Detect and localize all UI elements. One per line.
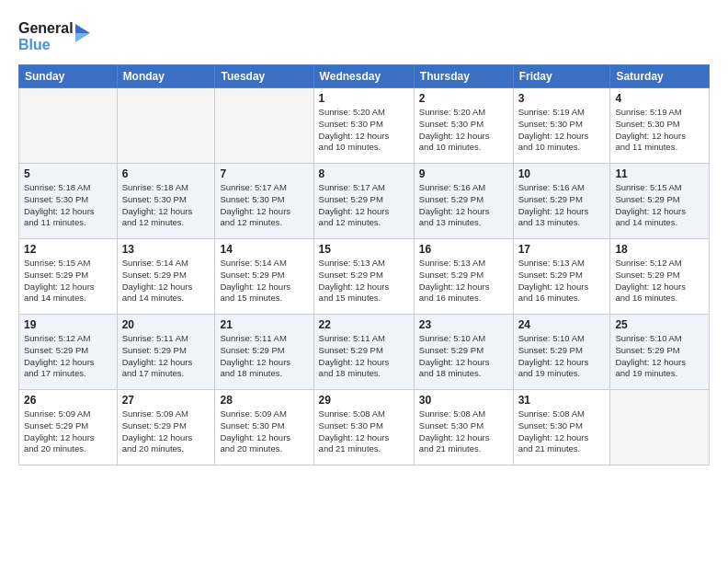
svg-marker-2 [75,24,90,33]
svg-marker-3 [75,33,90,42]
calendar-cell: 2Sunrise: 5:20 AM Sunset: 5:30 PM Daylig… [414,88,513,164]
day-info: Sunrise: 5:19 AM Sunset: 5:30 PM Dayligh… [518,107,606,154]
day-number: 20 [122,318,210,331]
day-number: 24 [518,318,606,331]
day-info: Sunrise: 5:13 AM Sunset: 5:29 PM Dayligh… [419,258,508,304]
day-info: Sunrise: 5:16 AM Sunset: 5:29 PM Dayligh… [419,182,508,229]
calendar-cell: 31Sunrise: 5:08 AM Sunset: 5:30 PM Dayli… [513,390,610,465]
day-number: 22 [319,318,409,331]
day-info: Sunrise: 5:10 AM Sunset: 5:29 PM Dayligh… [518,333,606,380]
day-info: Sunrise: 5:17 AM Sunset: 5:29 PM Dayligh… [319,182,409,229]
day-number: 2 [419,92,508,105]
calendar-cell: 4Sunrise: 5:19 AM Sunset: 5:30 PM Daylig… [610,88,710,164]
day-info: Sunrise: 5:11 AM Sunset: 5:29 PM Dayligh… [220,333,308,380]
calendar-cell: 1Sunrise: 5:20 AM Sunset: 5:30 PM Daylig… [313,88,414,164]
day-info: Sunrise: 5:18 AM Sunset: 5:30 PM Dayligh… [24,182,112,229]
day-number: 25 [615,318,704,331]
calendar-cell: 21Sunrise: 5:11 AM Sunset: 5:29 PM Dayli… [215,315,313,390]
week-row-4: 19Sunrise: 5:12 AM Sunset: 5:29 PM Dayli… [19,315,710,390]
calendar-cell: 20Sunrise: 5:11 AM Sunset: 5:29 PM Dayli… [117,315,215,390]
week-row-1: 1Sunrise: 5:20 AM Sunset: 5:30 PM Daylig… [19,88,710,164]
weekday-header-friday: Friday [513,65,610,88]
week-row-5: 26Sunrise: 5:09 AM Sunset: 5:29 PM Dayli… [19,390,710,465]
calendar-cell [19,88,118,164]
calendar-cell: 6Sunrise: 5:18 AM Sunset: 5:30 PM Daylig… [117,164,215,239]
day-number: 8 [319,167,409,180]
weekday-header-wednesday: Wednesday [313,65,414,88]
logo: GeneralBlue [18,15,92,55]
day-number: 21 [220,318,308,331]
calendar-cell [215,88,313,164]
day-info: Sunrise: 5:09 AM Sunset: 5:29 PM Dayligh… [24,408,112,455]
day-number: 26 [24,394,112,407]
calendar-cell: 30Sunrise: 5:08 AM Sunset: 5:30 PM Dayli… [414,390,513,465]
day-number: 23 [419,318,508,331]
calendar-page: GeneralBlue SundayMondayTuesdayWednesday… [0,0,728,563]
day-info: Sunrise: 5:10 AM Sunset: 5:29 PM Dayligh… [615,333,704,380]
day-info: Sunrise: 5:18 AM Sunset: 5:30 PM Dayligh… [122,182,210,229]
calendar-cell: 3Sunrise: 5:19 AM Sunset: 5:30 PM Daylig… [513,88,610,164]
calendar-cell: 9Sunrise: 5:16 AM Sunset: 5:29 PM Daylig… [414,164,513,239]
calendar-cell: 28Sunrise: 5:09 AM Sunset: 5:30 PM Dayli… [215,390,313,465]
day-number: 16 [419,243,508,256]
day-info: Sunrise: 5:11 AM Sunset: 5:29 PM Dayligh… [319,333,409,380]
day-number: 10 [518,167,606,180]
day-number: 15 [319,243,409,256]
day-info: Sunrise: 5:09 AM Sunset: 5:30 PM Dayligh… [220,408,308,455]
calendar-cell: 19Sunrise: 5:12 AM Sunset: 5:29 PM Dayli… [19,315,118,390]
day-number: 4 [615,92,704,105]
calendar-cell: 23Sunrise: 5:10 AM Sunset: 5:29 PM Dayli… [414,315,513,390]
calendar-cell: 14Sunrise: 5:14 AM Sunset: 5:29 PM Dayli… [215,239,313,315]
calendar-cell: 13Sunrise: 5:14 AM Sunset: 5:29 PM Dayli… [117,239,215,315]
day-number: 6 [122,167,210,180]
day-number: 11 [615,167,704,180]
calendar-cell: 18Sunrise: 5:12 AM Sunset: 5:29 PM Dayli… [610,239,710,315]
calendar-cell: 8Sunrise: 5:17 AM Sunset: 5:29 PM Daylig… [313,164,414,239]
day-info: Sunrise: 5:20 AM Sunset: 5:30 PM Dayligh… [419,107,508,154]
day-number: 31 [518,394,606,407]
weekday-header-row: SundayMondayTuesdayWednesdayThursdayFrid… [19,65,710,88]
calendar-cell: 22Sunrise: 5:11 AM Sunset: 5:29 PM Dayli… [313,315,414,390]
logo-svg: GeneralBlue [18,15,92,55]
day-number: 30 [419,394,508,407]
day-number: 9 [419,167,508,180]
header: GeneralBlue [18,15,710,55]
calendar-cell: 7Sunrise: 5:17 AM Sunset: 5:30 PM Daylig… [215,164,313,239]
calendar-cell: 16Sunrise: 5:13 AM Sunset: 5:29 PM Dayli… [414,239,513,315]
svg-text:Blue: Blue [18,37,51,52]
day-number: 29 [319,394,409,407]
day-info: Sunrise: 5:15 AM Sunset: 5:29 PM Dayligh… [24,258,112,304]
day-info: Sunrise: 5:10 AM Sunset: 5:29 PM Dayligh… [419,333,508,380]
day-number: 28 [220,394,308,407]
day-info: Sunrise: 5:08 AM Sunset: 5:30 PM Dayligh… [419,408,508,455]
day-number: 19 [24,318,112,331]
weekday-header-sunday: Sunday [19,65,118,88]
calendar-cell: 25Sunrise: 5:10 AM Sunset: 5:29 PM Dayli… [610,315,710,390]
day-info: Sunrise: 5:13 AM Sunset: 5:29 PM Dayligh… [319,258,409,304]
calendar-table: SundayMondayTuesdayWednesdayThursdayFrid… [18,64,710,465]
calendar-cell: 10Sunrise: 5:16 AM Sunset: 5:29 PM Dayli… [513,164,610,239]
day-number: 17 [518,243,606,256]
calendar-cell: 29Sunrise: 5:08 AM Sunset: 5:30 PM Dayli… [313,390,414,465]
calendar-cell: 27Sunrise: 5:09 AM Sunset: 5:29 PM Dayli… [117,390,215,465]
calendar-cell [117,88,215,164]
day-number: 12 [24,243,112,256]
day-info: Sunrise: 5:09 AM Sunset: 5:29 PM Dayligh… [122,408,210,455]
day-info: Sunrise: 5:16 AM Sunset: 5:29 PM Dayligh… [518,182,606,229]
calendar-cell: 5Sunrise: 5:18 AM Sunset: 5:30 PM Daylig… [19,164,118,239]
day-info: Sunrise: 5:12 AM Sunset: 5:29 PM Dayligh… [615,258,704,304]
day-number: 14 [220,243,308,256]
calendar-cell: 11Sunrise: 5:15 AM Sunset: 5:29 PM Dayli… [610,164,710,239]
day-number: 3 [518,92,606,105]
day-number: 1 [319,92,409,105]
calendar-cell: 15Sunrise: 5:13 AM Sunset: 5:29 PM Dayli… [313,239,414,315]
day-number: 27 [122,394,210,407]
day-info: Sunrise: 5:14 AM Sunset: 5:29 PM Dayligh… [122,258,210,304]
weekday-header-tuesday: Tuesday [215,65,313,88]
day-info: Sunrise: 5:20 AM Sunset: 5:30 PM Dayligh… [319,107,409,154]
svg-text:General: General [18,20,74,36]
week-row-2: 5Sunrise: 5:18 AM Sunset: 5:30 PM Daylig… [19,164,710,239]
day-info: Sunrise: 5:08 AM Sunset: 5:30 PM Dayligh… [518,408,606,455]
day-info: Sunrise: 5:17 AM Sunset: 5:30 PM Dayligh… [220,182,308,229]
weekday-header-monday: Monday [117,65,215,88]
